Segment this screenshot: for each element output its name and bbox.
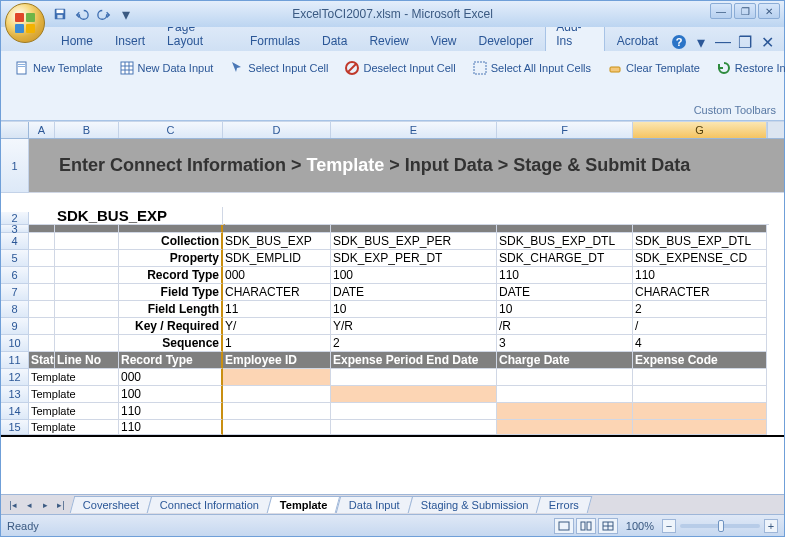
cell[interactable]	[497, 420, 633, 435]
cell[interactable]: DATE	[497, 284, 633, 301]
cell-record-type[interactable]: 100	[119, 386, 223, 403]
cell[interactable]	[223, 369, 331, 386]
sheet-tab-coversheet[interactable]: Coversheet	[70, 496, 153, 513]
sheet-tab-data-input[interactable]: Data Input	[336, 496, 413, 513]
new-data-input-button[interactable]: New Data Input	[114, 57, 219, 79]
cell[interactable]	[331, 369, 497, 386]
header-charge-date[interactable]: Charge Date	[497, 352, 633, 369]
header-status[interactable]: Status	[29, 352, 55, 369]
label-field-type[interactable]: Field Type	[119, 284, 223, 301]
cell[interactable]: SDK_BUS_EXP_DTL	[633, 233, 767, 250]
label-key-required[interactable]: Key / Required	[119, 318, 223, 335]
cell[interactable]: 2	[331, 335, 497, 352]
col-header-d[interactable]: D	[223, 122, 331, 138]
cell-status[interactable]: Template	[29, 369, 119, 386]
deselect-input-cell-button[interactable]: Deselect Input Cell	[339, 57, 460, 79]
cell[interactable]	[29, 225, 55, 233]
cell[interactable]	[497, 225, 633, 233]
header-expense-period[interactable]: Expense Period End Date	[331, 352, 497, 369]
cell[interactable]: 100	[331, 267, 497, 284]
cell[interactable]: 3	[497, 335, 633, 352]
col-header-a[interactable]: A	[29, 122, 55, 138]
cell[interactable]	[55, 250, 119, 267]
cell-status[interactable]: Template	[29, 386, 119, 403]
cell[interactable]	[55, 284, 119, 301]
cell-record-type[interactable]: 110	[119, 420, 223, 435]
cell[interactable]: Y/	[223, 318, 331, 335]
cell[interactable]: SDK_EXPENSE_CD	[633, 250, 767, 267]
cell[interactable]: SDK_CHARGE_DT	[497, 250, 633, 267]
cell[interactable]: SDK_BUS_EXP_DTL	[497, 233, 633, 250]
cell[interactable]	[29, 233, 55, 250]
header-employee-id[interactable]: Employee ID	[223, 352, 331, 369]
help-icon[interactable]: ?	[670, 33, 688, 51]
cell[interactable]: 10	[497, 301, 633, 318]
tab-view[interactable]: View	[421, 31, 467, 51]
breadcrumb-cell[interactable]: Enter Connect Information > Template > I…	[55, 139, 784, 193]
header-lineno[interactable]: Line No	[55, 352, 119, 369]
cell[interactable]	[331, 225, 497, 233]
sheet-nav-first-icon[interactable]: |◂	[5, 497, 21, 513]
workbook-close-icon[interactable]: ✕	[758, 33, 776, 51]
record-name-cell[interactable]: SDK_BUS_EXP	[55, 207, 223, 225]
select-all-input-cells-button[interactable]: Select All Input Cells	[467, 57, 596, 79]
sheet-tab-errors[interactable]: Errors	[536, 496, 593, 513]
undo-icon[interactable]	[73, 5, 91, 23]
row-header[interactable]: 6	[1, 267, 29, 284]
row-header[interactable]: 7	[1, 284, 29, 301]
sheet-tab-template[interactable]: Template	[267, 496, 341, 513]
row-header[interactable]: 14	[1, 403, 29, 420]
row-header[interactable]: 3	[1, 225, 29, 233]
view-page-break-icon[interactable]	[598, 518, 618, 534]
row-header[interactable]: 1	[1, 139, 29, 193]
sheet-nav-next-icon[interactable]: ▸	[37, 497, 53, 513]
cell[interactable]	[29, 284, 55, 301]
cell[interactable]	[331, 403, 497, 420]
cell[interactable]: 4	[633, 335, 767, 352]
office-button[interactable]	[5, 3, 45, 43]
label-field-length[interactable]: Field Length	[119, 301, 223, 318]
cell[interactable]	[223, 386, 331, 403]
cell[interactable]: DATE	[331, 284, 497, 301]
cell[interactable]: SDK_BUS_EXP_PER	[331, 233, 497, 250]
tab-home[interactable]: Home	[51, 31, 103, 51]
cell[interactable]	[29, 139, 55, 193]
window-state-dropdown-icon[interactable]: ▾	[692, 33, 710, 51]
close-button[interactable]: ✕	[758, 3, 780, 19]
zoom-thumb[interactable]	[718, 520, 724, 532]
cell[interactable]: SDK_BUS_EXP	[223, 233, 331, 250]
workbook-restore-icon[interactable]: ❐	[736, 33, 754, 51]
select-all-corner[interactable]	[1, 122, 29, 138]
cell[interactable]: /	[633, 318, 767, 335]
col-header-c[interactable]: C	[119, 122, 223, 138]
view-page-layout-icon[interactable]	[576, 518, 596, 534]
sheet-tab-connect-information[interactable]: Connect Information	[147, 496, 273, 513]
cell[interactable]: CHARACTER	[633, 284, 767, 301]
row-header[interactable]: 12	[1, 369, 29, 386]
minimize-button[interactable]: —	[710, 3, 732, 19]
workbook-minimize-icon[interactable]: —	[714, 33, 732, 51]
cell[interactable]: 10	[331, 301, 497, 318]
cell[interactable]	[633, 386, 767, 403]
zoom-slider[interactable]	[680, 524, 760, 528]
cell[interactable]	[29, 301, 55, 318]
tab-formulas[interactable]: Formulas	[240, 31, 310, 51]
cell[interactable]: Y/R	[331, 318, 497, 335]
cell[interactable]	[119, 225, 223, 233]
cell-status[interactable]: Template	[29, 403, 119, 420]
restore-button[interactable]: ❐	[734, 3, 756, 19]
cell[interactable]: SDK_EMPLID	[223, 250, 331, 267]
save-icon[interactable]	[51, 5, 69, 23]
cell[interactable]	[29, 250, 55, 267]
row-header[interactable]: 15	[1, 420, 29, 435]
sheet-tab-staging-submission[interactable]: Staging & Submission	[407, 496, 541, 513]
cell[interactable]: /R	[497, 318, 633, 335]
cell[interactable]: 11	[223, 301, 331, 318]
cell[interactable]	[29, 335, 55, 352]
label-collection[interactable]: Collection	[119, 233, 223, 250]
new-template-button[interactable]: New Template	[9, 57, 108, 79]
cell[interactable]: 110	[633, 267, 767, 284]
col-header-b[interactable]: B	[55, 122, 119, 138]
tab-insert[interactable]: Insert	[105, 31, 155, 51]
cell[interactable]	[497, 369, 633, 386]
